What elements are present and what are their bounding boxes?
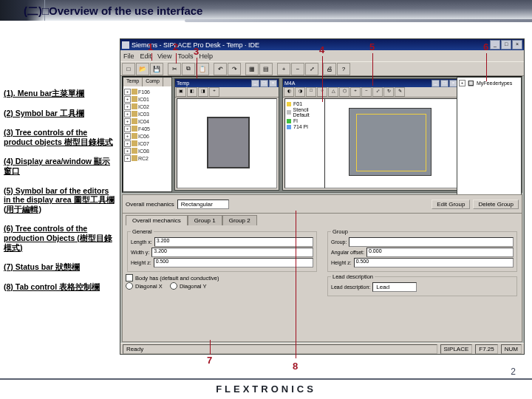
- editor-2-tool-icon[interactable]: ✎: [395, 87, 405, 97]
- tree-row[interactable]: +IC02: [124, 103, 171, 110]
- delete-group-button[interactable]: Delete Group: [473, 200, 519, 209]
- shape-dropdown[interactable]: Rectangular: [177, 200, 229, 209]
- marker-5: 5: [369, 41, 375, 52]
- status-cell: NUM: [501, 344, 522, 354]
- marker-7-line: [210, 340, 211, 355]
- menu-view[interactable]: View: [157, 52, 171, 60]
- input-height-g[interactable]: 0.500: [354, 258, 514, 267]
- tree-row[interactable]: +IC06: [124, 132, 171, 140]
- legend-item: F01: [293, 101, 302, 106]
- tree-row[interactable]: +IC04: [124, 117, 171, 125]
- callout-4: (4) Display area/window 顯示窗口: [4, 157, 115, 175]
- editor-2-canvas[interactable]: [324, 98, 457, 188]
- menu-file[interactable]: File: [123, 52, 134, 60]
- tree-row[interactable]: +RC2: [124, 154, 171, 162]
- editor-1-min-btn[interactable]: _: [251, 80, 259, 87]
- left-tab-comp[interactable]: Comp: [143, 78, 163, 86]
- tool-save[interactable]: 💾: [150, 63, 163, 75]
- menu-edit[interactable]: Edit: [140, 52, 152, 60]
- marker-3: 3: [194, 46, 199, 57]
- right-tree-header-row[interactable]: +🔲 MyFeedertypes: [459, 80, 519, 86]
- editor-1-tool-icon[interactable]: ◧: [187, 87, 197, 97]
- input-angle[interactable]: 0.000: [366, 248, 514, 257]
- editor-2-max-btn[interactable]: □: [440, 80, 449, 87]
- status-cell: SIPLACE: [440, 344, 473, 354]
- footer-rule: [0, 378, 532, 380]
- legend-item: 714 Pl: [293, 124, 308, 129]
- callout-5: (5) Symbol bar of the editors in the dis…: [4, 186, 115, 214]
- tool-zoom-in[interactable]: +: [277, 63, 290, 75]
- editor-2-tool-icon[interactable]: ↻: [383, 87, 394, 97]
- tool-fit[interactable]: ⤢: [305, 63, 318, 75]
- left-tab-temp[interactable]: Temp: [123, 78, 143, 86]
- editor-2-legend: F01 Stencil Default Fl 714 Pl: [284, 98, 326, 188]
- editor-1-tool-icon[interactable]: +: [209, 87, 219, 97]
- marker-8: 8: [293, 361, 298, 372]
- tree-row[interactable]: +IC01: [124, 95, 171, 103]
- tool-zoom-out[interactable]: −: [291, 63, 304, 75]
- tree-row[interactable]: +IC03: [124, 110, 171, 117]
- editor-2-min-btn[interactable]: _: [432, 80, 440, 87]
- tree-row[interactable]: +F106: [124, 88, 171, 95]
- radio-diag-x[interactable]: [126, 282, 133, 290]
- editor-1-canvas[interactable]: [177, 98, 277, 188]
- input-height[interactable]: 0.500: [154, 258, 313, 267]
- editor-1-toolbar: ▣ ◧ ◨ +: [175, 87, 279, 98]
- tree-row[interactable]: +IC08: [124, 147, 171, 154]
- tree-row[interactable]: +F405: [124, 125, 171, 132]
- editor-2-tool-icon[interactable]: ⤢: [372, 87, 383, 97]
- fs-general: General Length x:3.200 Width y:3.200 Hei…: [127, 228, 317, 272]
- lead-dropdown[interactable]: Lead: [372, 282, 417, 292]
- callout-3: (3) Tree controls of the product objects…: [4, 128, 115, 146]
- maximize-button[interactable]: □: [501, 40, 511, 50]
- tool-cut[interactable]: ✂: [168, 63, 181, 75]
- marker-1: 1: [148, 41, 153, 52]
- editor-2-tool-icon[interactable]: −: [361, 87, 372, 97]
- editor-2-tool-icon[interactable]: □: [306, 87, 316, 97]
- edit-group-button[interactable]: Edit Group: [432, 200, 470, 209]
- editor-1-close-btn[interactable]: ×: [269, 80, 277, 87]
- tool-print[interactable]: 🖨: [323, 63, 336, 75]
- tool-cascade[interactable]: ▤: [259, 63, 273, 75]
- tool-undo[interactable]: ↶: [214, 63, 227, 75]
- body-checkbox[interactable]: [126, 274, 133, 282]
- tool-copy[interactable]: ⧉: [182, 63, 195, 75]
- tool-paste[interactable]: 📋: [196, 63, 209, 75]
- lbl-width: Width y:: [131, 250, 149, 255]
- input-length[interactable]: 3.200: [154, 237, 313, 247]
- tab-overall[interactable]: Overall mechanics: [126, 215, 188, 225]
- right-tree-panel: +🔲 MyFeedertypes: [457, 77, 522, 195]
- tree-row[interactable]: +IC07: [124, 140, 171, 147]
- lbl-length: Length x:: [131, 239, 152, 245]
- board-outline: [349, 108, 432, 176]
- tool-help[interactable]: ?: [337, 63, 350, 75]
- minimize-button[interactable]: _: [490, 40, 500, 50]
- editor-2-tool-icon[interactable]: ◑: [295, 87, 305, 97]
- marker-6-line: [486, 53, 487, 81]
- fs-lead: Lead description Lead description:Lead: [327, 273, 517, 296]
- editor-1-tool-icon[interactable]: ◨: [198, 87, 208, 97]
- radio-diag-y[interactable]: [170, 282, 177, 290]
- editor-2-tool-icon[interactable]: ⬡: [339, 87, 349, 97]
- callout-7: (7) Status bar 狀態欄: [4, 262, 115, 272]
- tool-redo[interactable]: ↷: [228, 63, 241, 75]
- fs-group: Group Group: Angular offset:0.000 Height…: [327, 228, 517, 272]
- editor-2-tool-icon[interactable]: ◐: [284, 87, 294, 97]
- tab-group-2[interactable]: Group 2: [222, 215, 257, 225]
- tab-group-1[interactable]: Group 1: [188, 215, 222, 225]
- editor-2-tool-icon[interactable]: △: [328, 87, 338, 97]
- input-width[interactable]: 3.200: [151, 248, 313, 257]
- menu-tools[interactable]: Tools: [177, 52, 193, 60]
- tool-new[interactable]: □: [122, 63, 135, 75]
- input-group[interactable]: [349, 237, 514, 247]
- editor-1-tool-icon[interactable]: ▣: [176, 87, 186, 97]
- editor-1-max-btn[interactable]: □: [260, 80, 268, 87]
- close-button[interactable]: ×: [512, 40, 522, 50]
- menu-help[interactable]: Help: [199, 52, 213, 60]
- tool-tile[interactable]: ▦: [245, 63, 259, 75]
- fs-general-legend: General: [131, 228, 154, 235]
- editor-window-1: Temp _□× ▣ ◧ ◨ +: [174, 78, 279, 191]
- editor-2-tool-icon[interactable]: +: [350, 87, 361, 97]
- tool-open[interactable]: 📂: [136, 63, 149, 75]
- callout-8: (8) Tab control 表格控制欄: [4, 282, 115, 292]
